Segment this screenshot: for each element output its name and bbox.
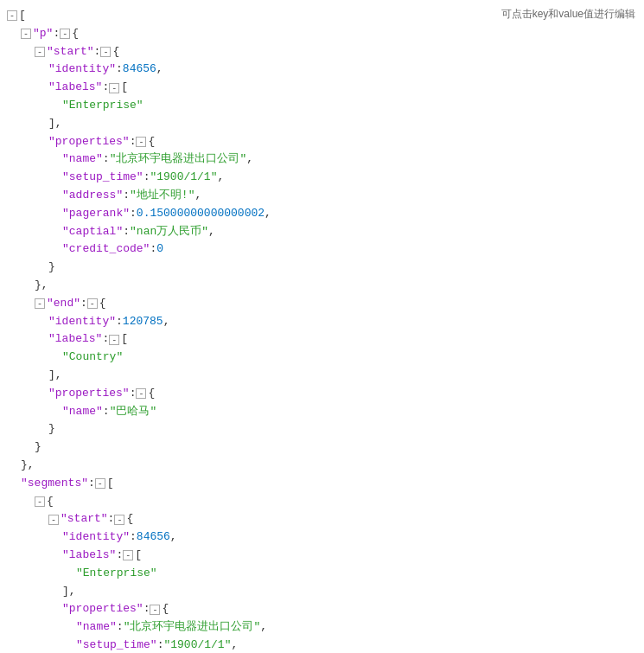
captial-line-1: "captial":"nan万人民币",	[7, 223, 644, 241]
properties-key-1[interactable]: "properties"	[48, 133, 130, 151]
seg-identity-key[interactable]: "identity"	[62, 528, 130, 547]
identity-key-1[interactable]: "identity"	[48, 61, 116, 79]
captial-key-1[interactable]: "captial"	[62, 223, 123, 241]
end-key[interactable]: "end"	[47, 295, 80, 313]
toggle-end-obj[interactable]: -	[87, 298, 98, 309]
seg-identity-line: "identity":84656,	[7, 528, 644, 547]
toggle-p[interactable]: -	[21, 29, 31, 39]
identity-val-1[interactable]: 84656	[123, 61, 156, 79]
p-key[interactable]: "p"	[33, 25, 53, 43]
toggle-start-obj[interactable]: -	[100, 47, 111, 57]
toggle-end[interactable]: -	[35, 298, 45, 309]
name-line-2: "name":"巴哈马"	[7, 403, 644, 421]
pagerank-key-1[interactable]: "pagerank"	[62, 205, 130, 223]
setup-time-key-1[interactable]: "setup_time"	[62, 169, 143, 187]
seg-name-key[interactable]: "name"	[76, 618, 117, 637]
identity-line-2: "identity":120785,	[7, 313, 644, 331]
toggle-seg-start[interactable]: -	[48, 515, 59, 525]
address-val-1[interactable]: "地址不明!"	[130, 187, 194, 205]
seg-name-val[interactable]: "北京环宇电器进出口公司"	[124, 618, 261, 637]
seg-identity-val[interactable]: 84656	[137, 528, 170, 547]
json-viewer: 可点击key和value值进行编辑 -[ -"p":-{ -"start":-{…	[0, 0, 644, 653]
name-val-2[interactable]: "巴哈马"	[110, 403, 157, 421]
segments-key[interactable]: "segments"	[21, 475, 88, 493]
toggle-start[interactable]: -	[35, 47, 45, 57]
labels-close-1: ],	[7, 115, 644, 133]
end-key-line: -"end":-{	[7, 295, 644, 313]
seg-labels-close: ],	[7, 583, 644, 601]
start-key[interactable]: "start"	[47, 43, 94, 61]
toggle-labels-2[interactable]: -	[109, 335, 119, 345]
country-val[interactable]: "Country"	[62, 349, 123, 367]
seg-properties-key[interactable]: "properties"	[62, 600, 143, 618]
name-line-1: "name":"北京环宇电器进出口公司",	[7, 150, 644, 169]
seg-start-key-line: -"start":-{	[7, 510, 644, 528]
seg-labels-key-line: "labels":-[	[7, 547, 644, 565]
start-close-1: },	[7, 277, 644, 295]
seg-name-line: "name":"北京环宇电器进出口公司",	[7, 618, 644, 637]
seg-start-key[interactable]: "start"	[61, 510, 108, 528]
toggle-p-obj[interactable]: -	[60, 29, 70, 39]
p-close: },	[7, 457, 644, 475]
toggle-seg-properties[interactable]: -	[150, 605, 160, 615]
labels-key-line-2: "labels":-[	[7, 330, 644, 349]
credit-code-val-1[interactable]: 0	[156, 240, 163, 259]
properties-key-line-2: "properties":-{	[7, 385, 644, 403]
labels-key-line-1: "labels":-[	[7, 79, 644, 97]
toggle-segments[interactable]: -	[95, 478, 105, 489]
edit-hint: 可点击key和value值进行编辑	[501, 7, 635, 22]
identity-val-2[interactable]: 120785	[123, 313, 163, 331]
labels-key-2[interactable]: "labels"	[48, 330, 102, 349]
properties-key-2[interactable]: "properties"	[48, 385, 130, 403]
seg-labels-key[interactable]: "labels"	[62, 547, 116, 565]
name-key-1[interactable]: "name"	[62, 150, 103, 169]
toggle-seg-item[interactable]: -	[35, 496, 45, 507]
pagerank-line-1: "pagerank":0.15000000000000002,	[7, 205, 644, 223]
toggle-properties-2[interactable]: -	[136, 388, 146, 399]
enterprise-val-1[interactable]: "Enterprise"	[62, 97, 143, 115]
properties-close-1: }	[7, 259, 644, 277]
start-key-line: -"start":-{	[7, 43, 644, 61]
identity-key-2[interactable]: "identity"	[48, 313, 116, 331]
enterprise-line-1: "Enterprise"	[7, 97, 644, 115]
properties-key-line-1: "properties":-{	[7, 133, 644, 151]
end-close: }	[7, 439, 644, 457]
seg-properties-key-line: "properties":-{	[7, 600, 644, 618]
toggle-properties-1[interactable]: -	[136, 137, 146, 147]
credit-code-line-1: "credit_code":0	[7, 240, 644, 259]
seg-enterprise-val[interactable]: "Enterprise"	[76, 565, 157, 583]
properties-close-2: }	[7, 420, 644, 439]
p-key-line: -"p":-{	[7, 25, 644, 43]
toggle-seg-start-obj[interactable]: -	[114, 515, 124, 525]
pagerank-val-1[interactable]: 0.15000000000000002	[137, 205, 265, 223]
toggle-seg-labels[interactable]: -	[123, 550, 133, 560]
captial-val-1[interactable]: "nan万人民币"	[130, 223, 208, 241]
toggle-root[interactable]: -	[7, 10, 17, 21]
seg-enterprise-line: "Enterprise"	[7, 565, 644, 583]
identity-line-1: "identity":84656,	[7, 61, 644, 79]
country-line: "Country"	[7, 349, 644, 367]
seg-setup-time-val[interactable]: "1900/1/1"	[163, 637, 231, 653]
address-line-1: "address":"地址不明!",	[7, 187, 644, 205]
credit-code-key-1[interactable]: "credit_code"	[62, 240, 150, 259]
seg-setup-time-line: "setup_time":"1900/1/1",	[7, 637, 644, 653]
setup-time-val-1[interactable]: "1900/1/1"	[150, 169, 217, 187]
seg-item-open: -{	[7, 493, 644, 511]
name-val-1[interactable]: "北京环宇电器进出口公司"	[110, 150, 247, 169]
setup-time-line-1: "setup_time":"1900/1/1",	[7, 169, 644, 187]
seg-setup-time-key[interactable]: "setup_time"	[76, 637, 157, 653]
name-key-2[interactable]: "name"	[62, 403, 103, 421]
labels-close-2: ],	[7, 367, 644, 385]
address-key-1[interactable]: "address"	[62, 187, 123, 205]
toggle-labels-1[interactable]: -	[109, 83, 119, 93]
segments-key-line: "segments":-[	[7, 475, 644, 493]
labels-key-1[interactable]: "labels"	[48, 79, 102, 97]
